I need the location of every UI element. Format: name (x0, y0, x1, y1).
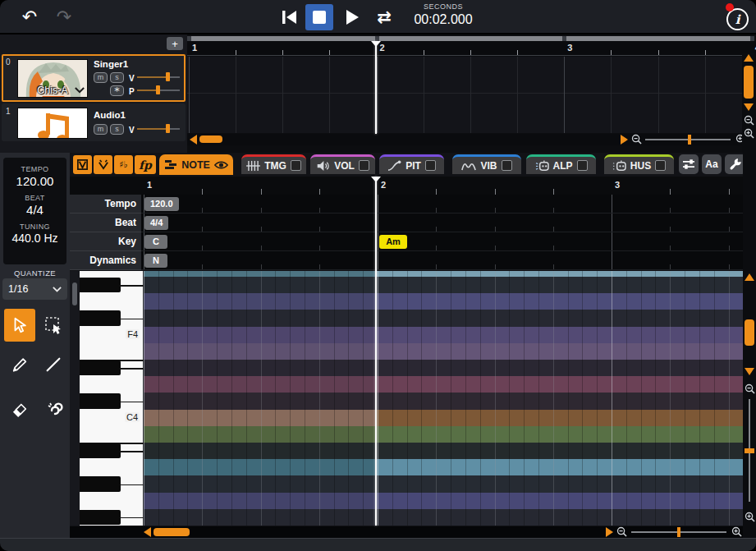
black-key-G#4[interactable] (80, 278, 121, 292)
key-row-lane[interactable]: C Am (141, 232, 743, 251)
zoom-out-icon[interactable] (745, 383, 755, 394)
vscroll-thumb[interactable] (744, 66, 754, 99)
redo-button[interactable]: ↷ (51, 5, 77, 30)
note-attr-accidental-button[interactable]: ♯♭ (114, 155, 133, 174)
voice-chevron-down-icon[interactable] (75, 87, 85, 94)
editor-playhead-marker[interactable] (371, 177, 381, 182)
timeline-zoom-slider[interactable] (645, 134, 731, 145)
tab-tmg[interactable]: TMG (241, 154, 306, 174)
zoom-in-icon[interactable] (745, 512, 755, 522)
note-attr-vibrato-button[interactable] (94, 155, 112, 174)
tempo-row-lane[interactable]: 120.0 (141, 195, 743, 214)
pan-slider[interactable] (137, 85, 180, 95)
track-lanes[interactable] (187, 57, 756, 133)
mute-button[interactable]: m (94, 124, 108, 135)
freeze-button[interactable]: * (110, 85, 124, 96)
undo-button[interactable]: ↶ (16, 5, 43, 30)
tab-tmg-checkbox[interactable] (291, 160, 301, 171)
play-button[interactable] (338, 5, 364, 30)
zoom-out-icon[interactable] (744, 115, 754, 126)
piano-keyboard[interactable]: F4C4 (80, 271, 144, 526)
key-event-badge[interactable]: C (144, 235, 167, 249)
tab-hus-checkbox[interactable] (655, 160, 666, 171)
keyboard-scroll-thumb[interactable] (72, 282, 77, 305)
pencil-tool-button[interactable] (4, 348, 35, 381)
tab-vib[interactable]: VIB (452, 154, 521, 174)
note-grid[interactable] (144, 271, 743, 526)
solo-button[interactable]: s (110, 124, 124, 135)
mixer-button[interactable] (679, 154, 699, 174)
tab-pit[interactable]: PIT (379, 154, 444, 174)
zoom-out-icon[interactable] (631, 134, 642, 145)
black-key-A#3[interactable] (80, 443, 121, 458)
scroll-left-arrow[interactable] (144, 527, 151, 537)
measure-number: 1 (192, 43, 197, 53)
vscroll-thumb[interactable] (745, 319, 754, 346)
mixer-sliders-icon (682, 158, 695, 170)
scroll-up-arrow[interactable] (744, 54, 754, 62)
unlink-tool-button[interactable] (38, 393, 69, 425)
beat-event-badge[interactable]: 4/4 (144, 216, 168, 230)
tab-pit-checkbox[interactable] (425, 160, 436, 171)
tempo-event-badge[interactable]: 120.0 (144, 197, 179, 211)
scroll-up-arrow[interactable] (745, 273, 754, 281)
zoom-out-icon[interactable] (616, 526, 627, 537)
select-tool-button[interactable] (4, 309, 35, 342)
tab-alp-checkbox[interactable] (577, 160, 588, 171)
scroll-down-arrow[interactable] (744, 103, 754, 111)
zoom-in-icon[interactable] (731, 526, 742, 537)
editor-playhead[interactable] (375, 177, 377, 526)
vertical-zoom-handle[interactable] (745, 448, 754, 453)
line-tool-button[interactable] (38, 348, 69, 381)
editor-zoom-slider[interactable] (631, 526, 726, 538)
volume-slider[interactable] (137, 71, 180, 82)
hscroll-thumb[interactable] (199, 135, 222, 143)
font-size-button[interactable]: Aa (702, 154, 722, 174)
note-attr-attack-button[interactable] (73, 155, 92, 174)
beat-row-lane[interactable]: 4/4 (141, 214, 743, 232)
tab-vol-checkbox[interactable] (359, 160, 369, 171)
key-change-badge[interactable]: Am (379, 235, 407, 249)
scroll-down-arrow[interactable] (745, 368, 754, 375)
black-key-F#3[interactable] (80, 510, 121, 525)
audio-thumbnail[interactable] (17, 108, 88, 139)
marquee-select-tool-button[interactable] (38, 309, 69, 342)
black-key-G#3[interactable] (80, 476, 121, 491)
dynamics-event-badge[interactable]: N (144, 254, 167, 268)
track-row-audio[interactable]: 1 Audio1 m s V (2, 103, 186, 141)
black-key-D#4[interactable] (80, 360, 121, 375)
timeline-playhead[interactable] (375, 41, 377, 134)
dynamics-row-lane[interactable]: N (141, 251, 743, 270)
tab-hus[interactable]: HUS (604, 154, 674, 174)
editor-ruler[interactable]: 123 (70, 177, 743, 195)
tab-vol[interactable]: VOL (310, 154, 375, 174)
tab-note[interactable]: NOTE (159, 154, 233, 175)
solo-button[interactable]: s (110, 72, 124, 83)
tab-alp[interactable]: ALP (526, 154, 596, 174)
note-attr-dynamics-button[interactable]: fp (135, 155, 156, 174)
tuning-label: TUNING (3, 223, 66, 231)
timeline-playhead-marker[interactable] (371, 41, 381, 47)
snowflake-icon: * (114, 85, 120, 96)
mute-button[interactable]: m (94, 72, 108, 83)
scroll-left-arrow[interactable] (190, 135, 197, 145)
tab-vib-checkbox[interactable] (502, 160, 512, 171)
zoom-in-icon[interactable] (744, 128, 754, 139)
info-button[interactable]: i (726, 8, 749, 30)
singer-avatar[interactable]: Chis-A (17, 59, 88, 98)
song-info-box[interactable]: TEMPO 120.00 BEAT 4/4 TUNING 440.0 Hz (3, 158, 66, 264)
volume-slider[interactable] (137, 123, 180, 134)
add-track-button[interactable]: + (167, 37, 183, 50)
scroll-right-arrow[interactable] (621, 135, 628, 145)
quantize-dropdown[interactable]: 1/16 (2, 278, 67, 300)
stop-button[interactable] (305, 4, 333, 30)
black-key-C#4[interactable] (80, 393, 121, 408)
black-key-F#4[interactable] (80, 310, 121, 325)
skip-to-start-button[interactable] (276, 5, 302, 30)
track-row-singer[interactable]: 0 Chis-A (2, 54, 186, 102)
timeline-ruler[interactable]: 1234 (187, 41, 756, 56)
hscroll-thumb[interactable] (153, 528, 190, 536)
scroll-right-arrow[interactable] (606, 527, 613, 537)
eraser-tool-button[interactable] (4, 393, 35, 425)
loop-icon: ⇄ (377, 9, 392, 26)
